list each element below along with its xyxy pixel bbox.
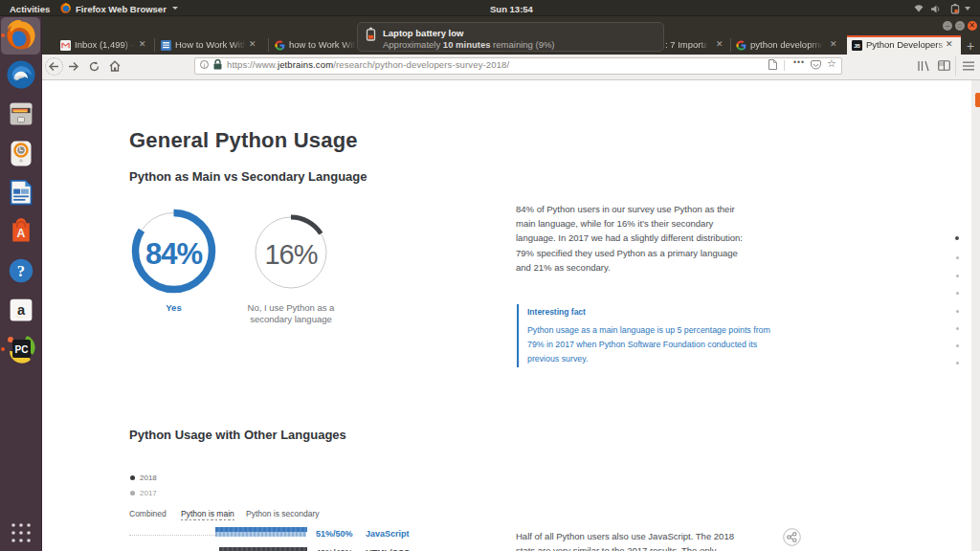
svg-text:?: ? [17,262,25,280]
svg-text:a: a [17,302,26,318]
svg-text:A: A [17,227,26,240]
svg-text:PC: PC [15,344,29,355]
svg-text:JB: JB [854,42,860,48]
